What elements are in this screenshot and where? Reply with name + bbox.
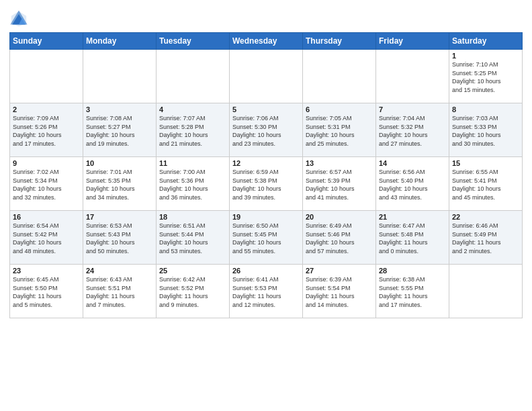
day-info: Sunrise: 7:09 AM Sunset: 5:26 PM Dayligh… [13, 114, 80, 148]
day-number: 16 [13, 213, 80, 221]
calendar-cell: 27Sunrise: 6:39 AM Sunset: 5:54 PM Dayli… [303, 265, 376, 318]
calendar-cell: 16Sunrise: 6:54 AM Sunset: 5:42 PM Dayli… [10, 211, 83, 265]
day-number: 12 [232, 159, 300, 167]
day-info: Sunrise: 6:47 AM Sunset: 5:48 PM Dayligh… [379, 222, 446, 255]
day-info: Sunrise: 6:39 AM Sunset: 5:54 PM Dayligh… [306, 275, 373, 309]
logo [9, 9, 30, 28]
calendar-cell [10, 50, 83, 103]
day-info: Sunrise: 6:57 AM Sunset: 5:39 PM Dayligh… [306, 168, 373, 201]
weekday-header-sunday: Sunday [10, 33, 83, 50]
day-number: 25 [159, 267, 226, 275]
day-info: Sunrise: 6:54 AM Sunset: 5:42 PM Dayligh… [13, 222, 80, 255]
day-number: 20 [306, 213, 373, 221]
weekday-header-row: SundayMondayTuesdayWednesdayThursdayFrid… [10, 33, 523, 50]
day-number: 26 [232, 267, 300, 275]
calendar-cell [449, 265, 523, 318]
day-info: Sunrise: 6:46 AM Sunset: 5:49 PM Dayligh… [452, 222, 519, 255]
day-number: 8 [452, 105, 519, 113]
week-row-3: 9Sunrise: 7:02 AM Sunset: 5:34 PM Daylig… [10, 157, 523, 211]
week-row-2: 2Sunrise: 7:09 AM Sunset: 5:26 PM Daylig… [10, 103, 523, 157]
calendar-cell: 21Sunrise: 6:47 AM Sunset: 5:48 PM Dayli… [376, 211, 449, 265]
weekday-header-monday: Monday [83, 33, 157, 50]
weekday-header-friday: Friday [376, 33, 449, 50]
logo-icon [9, 9, 28, 28]
calendar-cell: 23Sunrise: 6:45 AM Sunset: 5:50 PM Dayli… [10, 265, 83, 318]
calendar-cell: 13Sunrise: 6:57 AM Sunset: 5:39 PM Dayli… [303, 157, 376, 211]
calendar-cell: 12Sunrise: 6:59 AM Sunset: 5:38 PM Dayli… [230, 157, 303, 211]
day-number: 22 [452, 213, 519, 221]
day-info: Sunrise: 7:03 AM Sunset: 5:33 PM Dayligh… [452, 114, 519, 148]
weekday-header-wednesday: Wednesday [230, 33, 303, 50]
day-number: 14 [379, 159, 446, 167]
page: SundayMondayTuesdayWednesdayThursdayFrid… [0, 0, 532, 411]
weekday-header-tuesday: Tuesday [157, 33, 230, 50]
day-info: Sunrise: 6:55 AM Sunset: 5:41 PM Dayligh… [452, 168, 519, 201]
day-number: 9 [13, 159, 80, 167]
day-number: 19 [232, 213, 300, 221]
day-number: 21 [379, 213, 446, 221]
calendar-cell: 24Sunrise: 6:43 AM Sunset: 5:51 PM Dayli… [83, 265, 157, 318]
day-info: Sunrise: 6:53 AM Sunset: 5:43 PM Dayligh… [86, 222, 153, 255]
calendar-cell: 15Sunrise: 6:55 AM Sunset: 5:41 PM Dayli… [449, 157, 523, 211]
day-info: Sunrise: 6:50 AM Sunset: 5:45 PM Dayligh… [232, 222, 300, 255]
calendar-cell: 7Sunrise: 7:04 AM Sunset: 5:32 PM Daylig… [376, 103, 449, 157]
day-number: 11 [159, 159, 226, 167]
day-info: Sunrise: 6:41 AM Sunset: 5:53 PM Dayligh… [232, 275, 300, 309]
calendar-cell: 17Sunrise: 6:53 AM Sunset: 5:43 PM Dayli… [83, 211, 157, 265]
calendar-cell: 6Sunrise: 7:05 AM Sunset: 5:31 PM Daylig… [303, 103, 376, 157]
calendar-cell: 26Sunrise: 6:41 AM Sunset: 5:53 PM Dayli… [230, 265, 303, 318]
day-number: 2 [13, 105, 80, 113]
calendar-cell: 3Sunrise: 7:08 AM Sunset: 5:27 PM Daylig… [83, 103, 157, 157]
day-info: Sunrise: 7:05 AM Sunset: 5:31 PM Dayligh… [306, 114, 373, 148]
day-info: Sunrise: 7:00 AM Sunset: 5:36 PM Dayligh… [159, 168, 226, 201]
day-info: Sunrise: 6:43 AM Sunset: 5:51 PM Dayligh… [86, 275, 153, 309]
calendar-cell: 10Sunrise: 7:01 AM Sunset: 5:35 PM Dayli… [83, 157, 157, 211]
day-number: 18 [159, 213, 226, 221]
weekday-header-saturday: Saturday [449, 33, 523, 50]
calendar-cell: 4Sunrise: 7:07 AM Sunset: 5:28 PM Daylig… [157, 103, 230, 157]
calendar-cell [83, 50, 157, 103]
day-info: Sunrise: 6:42 AM Sunset: 5:52 PM Dayligh… [159, 275, 226, 309]
calendar-cell: 8Sunrise: 7:03 AM Sunset: 5:33 PM Daylig… [449, 103, 523, 157]
day-number: 3 [86, 105, 153, 113]
header [9, 7, 523, 28]
day-number: 23 [13, 267, 80, 275]
calendar-cell: 5Sunrise: 7:06 AM Sunset: 5:30 PM Daylig… [230, 103, 303, 157]
calendar-cell: 19Sunrise: 6:50 AM Sunset: 5:45 PM Dayli… [230, 211, 303, 265]
calendar-cell: 22Sunrise: 6:46 AM Sunset: 5:49 PM Dayli… [449, 211, 523, 265]
day-number: 28 [379, 267, 446, 275]
day-number: 4 [159, 105, 226, 113]
day-info: Sunrise: 7:06 AM Sunset: 5:30 PM Dayligh… [232, 114, 300, 148]
day-number: 17 [86, 213, 153, 221]
week-row-5: 23Sunrise: 6:45 AM Sunset: 5:50 PM Dayli… [10, 265, 523, 318]
day-number: 27 [306, 267, 373, 275]
day-info: Sunrise: 6:59 AM Sunset: 5:38 PM Dayligh… [232, 168, 300, 201]
calendar-cell [157, 50, 230, 103]
day-info: Sunrise: 7:07 AM Sunset: 5:28 PM Dayligh… [159, 114, 226, 148]
day-number: 6 [306, 105, 373, 113]
day-number: 15 [452, 159, 519, 167]
day-info: Sunrise: 6:45 AM Sunset: 5:50 PM Dayligh… [13, 275, 80, 309]
calendar-cell: 11Sunrise: 7:00 AM Sunset: 5:36 PM Dayli… [157, 157, 230, 211]
day-info: Sunrise: 6:56 AM Sunset: 5:40 PM Dayligh… [379, 168, 446, 201]
day-number: 10 [86, 159, 153, 167]
day-info: Sunrise: 7:02 AM Sunset: 5:34 PM Dayligh… [13, 168, 80, 201]
calendar-cell [230, 50, 303, 103]
calendar-cell: 1Sunrise: 7:10 AM Sunset: 5:25 PM Daylig… [449, 50, 523, 103]
weekday-header-thursday: Thursday [303, 33, 376, 50]
day-info: Sunrise: 7:08 AM Sunset: 5:27 PM Dayligh… [86, 114, 153, 148]
calendar-cell [376, 50, 449, 103]
week-row-1: 1Sunrise: 7:10 AM Sunset: 5:25 PM Daylig… [10, 50, 523, 103]
calendar-cell: 9Sunrise: 7:02 AM Sunset: 5:34 PM Daylig… [10, 157, 83, 211]
day-number: 24 [86, 267, 153, 275]
day-info: Sunrise: 7:10 AM Sunset: 5:25 PM Dayligh… [452, 60, 519, 94]
calendar-cell: 28Sunrise: 6:38 AM Sunset: 5:55 PM Dayli… [376, 265, 449, 318]
day-number: 1 [452, 52, 519, 60]
day-number: 5 [232, 105, 300, 113]
week-row-4: 16Sunrise: 6:54 AM Sunset: 5:42 PM Dayli… [10, 211, 523, 265]
day-number: 7 [379, 105, 446, 113]
day-number: 13 [306, 159, 373, 167]
calendar-cell [303, 50, 376, 103]
day-info: Sunrise: 6:49 AM Sunset: 5:46 PM Dayligh… [306, 222, 373, 255]
calendar-cell: 2Sunrise: 7:09 AM Sunset: 5:26 PM Daylig… [10, 103, 83, 157]
